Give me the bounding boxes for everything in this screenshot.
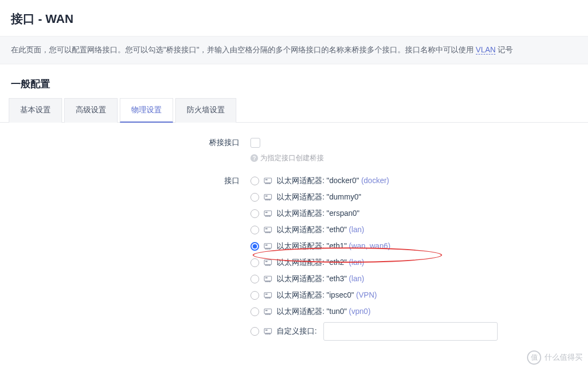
hint-icon: ? [250, 154, 258, 162]
ethernet-icon [264, 259, 272, 267]
interface-text: 以太网适配器: "tun0" (vpn0) [277, 307, 371, 317]
info-text-prefix: 在此页面，您可以配置网络接口。您可以勾选"桥接接口"，并输入由空格分隔的多个网络… [11, 45, 476, 54]
interface-radio[interactable] [250, 177, 259, 185]
interface-text: 以太网适配器: "erspan0" [277, 209, 359, 219]
vlan-link[interactable]: VLAN [476, 45, 496, 55]
interface-radio[interactable] [250, 327, 259, 336]
bridge-checkbox[interactable] [250, 138, 260, 148]
info-text-suffix: 记号 [495, 45, 513, 54]
interface-radio[interactable] [250, 209, 259, 218]
interface-radio[interactable] [250, 307, 259, 316]
custom-interface-label: 自定义接口: [277, 326, 317, 336]
interface-option[interactable]: 以太网适配器: "erspan0" [250, 208, 577, 220]
interface-note: (wan, wan6) [349, 241, 390, 250]
ethernet-icon [264, 210, 272, 217]
interface-radio[interactable] [250, 242, 259, 251]
watermark-text: 什么值得买 [544, 353, 583, 362]
ethernet-icon [264, 328, 272, 335]
interface-list: 以太网适配器: "docker0" (docker)以太网适配器: "dummy… [250, 175, 577, 337]
interface-option[interactable]: 以太网适配器: "eth0" (lan) [250, 224, 577, 236]
custom-interface-input[interactable] [323, 322, 498, 341]
interface-option[interactable]: 以太网适配器: "dummy0" [250, 191, 577, 203]
watermark: 值 什么值得买 [527, 350, 583, 365]
info-bar: 在此页面，您可以配置网络接口。您可以勾选"桥接接口"，并输入由空格分隔的多个网络… [0, 36, 588, 64]
interface-radio[interactable] [250, 275, 259, 283]
bridge-hint: 为指定接口创建桥接 [260, 153, 324, 163]
tab-physical[interactable]: 物理设置 [120, 98, 173, 123]
ethernet-icon [264, 193, 272, 201]
interface-text: 以太网适配器: "eth2" (lan) [277, 258, 364, 268]
interface-option-custom[interactable]: 自定义接口: [250, 325, 577, 337]
interface-label: 接口 [11, 175, 250, 186]
ethernet-icon [264, 275, 272, 283]
interface-text: 以太网适配器: "dummy0" [277, 192, 361, 202]
interface-text: 以太网适配器: "eth0" (lan) [277, 225, 364, 235]
interface-option[interactable]: 以太网适配器: "ipsec0" (VPN) [250, 289, 577, 301]
interface-text: 以太网适配器: "ipsec0" (VPN) [277, 291, 377, 300]
interface-radio[interactable] [250, 291, 259, 300]
interface-radio[interactable] [250, 226, 259, 234]
ethernet-icon [264, 292, 272, 299]
interface-note: (lan) [349, 274, 364, 283]
interface-option[interactable]: 以太网适配器: "eth1" (wan, wan6) [250, 240, 577, 252]
tab-basic[interactable]: 基本设置 [9, 98, 62, 123]
tab-firewall[interactable]: 防火墙设置 [175, 98, 236, 123]
interface-note: (lan) [349, 258, 364, 267]
interface-note: (lan) [349, 225, 364, 234]
tab-advanced[interactable]: 高级设置 [64, 98, 118, 123]
ethernet-icon [264, 308, 272, 316]
tabs-bar: 基本设置 高级设置 物理设置 防火墙设置 [0, 98, 588, 123]
interface-note: (docker) [361, 176, 389, 185]
interface-text: 以太网适配器: "docker0" (docker) [277, 176, 389, 186]
ethernet-icon [264, 243, 272, 250]
interface-option[interactable]: 以太网适配器: "eth3" (lan) [250, 273, 577, 285]
interface-radio[interactable] [250, 193, 259, 202]
interface-text: 以太网适配器: "eth1" (wan, wan6) [277, 241, 390, 251]
interface-text: 以太网适配器: "eth3" (lan) [277, 274, 364, 284]
interface-note: (vpn0) [349, 307, 371, 316]
section-title: 一般配置 [0, 64, 588, 98]
interface-option[interactable]: 以太网适配器: "docker0" (docker) [250, 175, 577, 187]
ethernet-icon [264, 226, 272, 234]
bridge-label: 桥接接口 [11, 136, 250, 148]
page-title: 接口 - WAN [0, 0, 588, 36]
interface-note: (VPN) [356, 291, 377, 299]
interface-option[interactable]: 以太网适配器: "eth2" (lan) [250, 257, 577, 269]
interface-option[interactable]: 以太网适配器: "tun0" (vpn0) [250, 306, 577, 318]
ethernet-icon [264, 177, 272, 185]
interface-radio[interactable] [250, 258, 259, 267]
watermark-badge: 值 [527, 350, 541, 365]
